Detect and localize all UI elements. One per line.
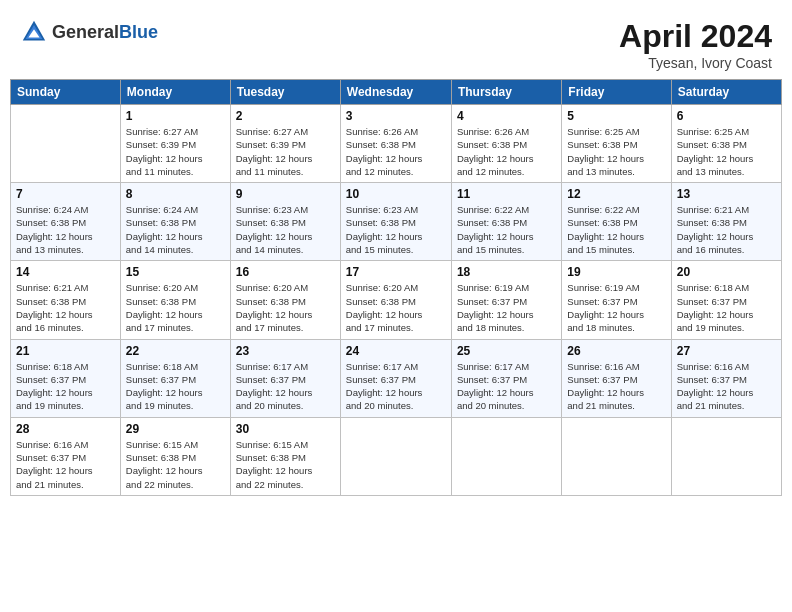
calendar-cell: 10Sunrise: 6:23 AM Sunset: 6:38 PM Dayli…	[340, 183, 451, 261]
day-number: 5	[567, 109, 665, 123]
logo-general-text: General	[52, 22, 119, 42]
day-info: Sunrise: 6:19 AM Sunset: 6:37 PM Dayligh…	[567, 281, 665, 334]
day-number: 13	[677, 187, 776, 201]
day-number: 10	[346, 187, 446, 201]
calendar-cell: 23Sunrise: 6:17 AM Sunset: 6:37 PM Dayli…	[230, 339, 340, 417]
day-info: Sunrise: 6:15 AM Sunset: 6:38 PM Dayligh…	[236, 438, 335, 491]
week-row-3: 14Sunrise: 6:21 AM Sunset: 6:38 PM Dayli…	[11, 261, 782, 339]
day-info: Sunrise: 6:21 AM Sunset: 6:38 PM Dayligh…	[16, 281, 115, 334]
day-number: 8	[126, 187, 225, 201]
day-number: 27	[677, 344, 776, 358]
logo-icon	[20, 18, 48, 46]
calendar-cell: 1Sunrise: 6:27 AM Sunset: 6:39 PM Daylig…	[120, 105, 230, 183]
day-number: 2	[236, 109, 335, 123]
day-number: 29	[126, 422, 225, 436]
col-friday: Friday	[562, 80, 671, 105]
day-info: Sunrise: 6:21 AM Sunset: 6:38 PM Dayligh…	[677, 203, 776, 256]
day-info: Sunrise: 6:24 AM Sunset: 6:38 PM Dayligh…	[16, 203, 115, 256]
calendar-cell: 25Sunrise: 6:17 AM Sunset: 6:37 PM Dayli…	[451, 339, 561, 417]
day-number: 26	[567, 344, 665, 358]
day-number: 14	[16, 265, 115, 279]
calendar-cell: 15Sunrise: 6:20 AM Sunset: 6:38 PM Dayli…	[120, 261, 230, 339]
col-wednesday: Wednesday	[340, 80, 451, 105]
day-number: 6	[677, 109, 776, 123]
day-number: 18	[457, 265, 556, 279]
calendar-cell	[562, 417, 671, 495]
calendar-cell: 3Sunrise: 6:26 AM Sunset: 6:38 PM Daylig…	[340, 105, 451, 183]
day-info: Sunrise: 6:15 AM Sunset: 6:38 PM Dayligh…	[126, 438, 225, 491]
calendar-cell: 9Sunrise: 6:23 AM Sunset: 6:38 PM Daylig…	[230, 183, 340, 261]
day-info: Sunrise: 6:20 AM Sunset: 6:38 PM Dayligh…	[346, 281, 446, 334]
day-number: 3	[346, 109, 446, 123]
day-info: Sunrise: 6:22 AM Sunset: 6:38 PM Dayligh…	[457, 203, 556, 256]
calendar-cell	[11, 105, 121, 183]
day-info: Sunrise: 6:18 AM Sunset: 6:37 PM Dayligh…	[126, 360, 225, 413]
calendar-cell: 28Sunrise: 6:16 AM Sunset: 6:37 PM Dayli…	[11, 417, 121, 495]
calendar-table: Sunday Monday Tuesday Wednesday Thursday…	[10, 79, 782, 496]
calendar-cell: 12Sunrise: 6:22 AM Sunset: 6:38 PM Dayli…	[562, 183, 671, 261]
title-block: April 2024 Tyesan, Ivory Coast	[619, 18, 772, 71]
week-row-5: 28Sunrise: 6:16 AM Sunset: 6:37 PM Dayli…	[11, 417, 782, 495]
day-number: 7	[16, 187, 115, 201]
week-row-2: 7Sunrise: 6:24 AM Sunset: 6:38 PM Daylig…	[11, 183, 782, 261]
day-info: Sunrise: 6:18 AM Sunset: 6:37 PM Dayligh…	[16, 360, 115, 413]
day-info: Sunrise: 6:22 AM Sunset: 6:38 PM Dayligh…	[567, 203, 665, 256]
calendar-cell: 11Sunrise: 6:22 AM Sunset: 6:38 PM Dayli…	[451, 183, 561, 261]
col-monday: Monday	[120, 80, 230, 105]
day-info: Sunrise: 6:16 AM Sunset: 6:37 PM Dayligh…	[677, 360, 776, 413]
day-info: Sunrise: 6:16 AM Sunset: 6:37 PM Dayligh…	[567, 360, 665, 413]
col-thursday: Thursday	[451, 80, 561, 105]
day-info: Sunrise: 6:17 AM Sunset: 6:37 PM Dayligh…	[236, 360, 335, 413]
calendar-cell: 19Sunrise: 6:19 AM Sunset: 6:37 PM Dayli…	[562, 261, 671, 339]
day-number: 15	[126, 265, 225, 279]
calendar-cell: 26Sunrise: 6:16 AM Sunset: 6:37 PM Dayli…	[562, 339, 671, 417]
logo: GeneralBlue	[20, 18, 158, 46]
col-sunday: Sunday	[11, 80, 121, 105]
day-info: Sunrise: 6:26 AM Sunset: 6:38 PM Dayligh…	[346, 125, 446, 178]
day-number: 4	[457, 109, 556, 123]
col-saturday: Saturday	[671, 80, 781, 105]
calendar-cell: 30Sunrise: 6:15 AM Sunset: 6:38 PM Dayli…	[230, 417, 340, 495]
day-info: Sunrise: 6:23 AM Sunset: 6:38 PM Dayligh…	[236, 203, 335, 256]
day-info: Sunrise: 6:17 AM Sunset: 6:37 PM Dayligh…	[346, 360, 446, 413]
day-number: 1	[126, 109, 225, 123]
calendar-cell: 21Sunrise: 6:18 AM Sunset: 6:37 PM Dayli…	[11, 339, 121, 417]
day-number: 28	[16, 422, 115, 436]
calendar-cell: 5Sunrise: 6:25 AM Sunset: 6:38 PM Daylig…	[562, 105, 671, 183]
day-info: Sunrise: 6:25 AM Sunset: 6:38 PM Dayligh…	[677, 125, 776, 178]
day-number: 19	[567, 265, 665, 279]
day-info: Sunrise: 6:20 AM Sunset: 6:38 PM Dayligh…	[236, 281, 335, 334]
logo-blue-text: Blue	[119, 22, 158, 42]
day-number: 21	[16, 344, 115, 358]
day-info: Sunrise: 6:16 AM Sunset: 6:37 PM Dayligh…	[16, 438, 115, 491]
calendar-cell: 13Sunrise: 6:21 AM Sunset: 6:38 PM Dayli…	[671, 183, 781, 261]
calendar-cell: 16Sunrise: 6:20 AM Sunset: 6:38 PM Dayli…	[230, 261, 340, 339]
calendar-cell: 14Sunrise: 6:21 AM Sunset: 6:38 PM Dayli…	[11, 261, 121, 339]
day-info: Sunrise: 6:20 AM Sunset: 6:38 PM Dayligh…	[126, 281, 225, 334]
day-number: 24	[346, 344, 446, 358]
calendar-cell: 8Sunrise: 6:24 AM Sunset: 6:38 PM Daylig…	[120, 183, 230, 261]
calendar-cell: 4Sunrise: 6:26 AM Sunset: 6:38 PM Daylig…	[451, 105, 561, 183]
day-number: 25	[457, 344, 556, 358]
calendar-cell: 24Sunrise: 6:17 AM Sunset: 6:37 PM Dayli…	[340, 339, 451, 417]
day-number: 16	[236, 265, 335, 279]
calendar-cell: 18Sunrise: 6:19 AM Sunset: 6:37 PM Dayli…	[451, 261, 561, 339]
day-number: 9	[236, 187, 335, 201]
day-info: Sunrise: 6:27 AM Sunset: 6:39 PM Dayligh…	[236, 125, 335, 178]
calendar-cell	[340, 417, 451, 495]
calendar-cell: 22Sunrise: 6:18 AM Sunset: 6:37 PM Dayli…	[120, 339, 230, 417]
day-info: Sunrise: 6:24 AM Sunset: 6:38 PM Dayligh…	[126, 203, 225, 256]
day-number: 22	[126, 344, 225, 358]
day-info: Sunrise: 6:26 AM Sunset: 6:38 PM Dayligh…	[457, 125, 556, 178]
calendar-cell: 20Sunrise: 6:18 AM Sunset: 6:37 PM Dayli…	[671, 261, 781, 339]
day-info: Sunrise: 6:19 AM Sunset: 6:37 PM Dayligh…	[457, 281, 556, 334]
week-row-1: 1Sunrise: 6:27 AM Sunset: 6:39 PM Daylig…	[11, 105, 782, 183]
col-tuesday: Tuesday	[230, 80, 340, 105]
calendar-cell: 7Sunrise: 6:24 AM Sunset: 6:38 PM Daylig…	[11, 183, 121, 261]
calendar-cell: 6Sunrise: 6:25 AM Sunset: 6:38 PM Daylig…	[671, 105, 781, 183]
day-number: 30	[236, 422, 335, 436]
day-number: 20	[677, 265, 776, 279]
calendar-cell: 29Sunrise: 6:15 AM Sunset: 6:38 PM Dayli…	[120, 417, 230, 495]
day-info: Sunrise: 6:17 AM Sunset: 6:37 PM Dayligh…	[457, 360, 556, 413]
calendar-header-row: Sunday Monday Tuesday Wednesday Thursday…	[11, 80, 782, 105]
